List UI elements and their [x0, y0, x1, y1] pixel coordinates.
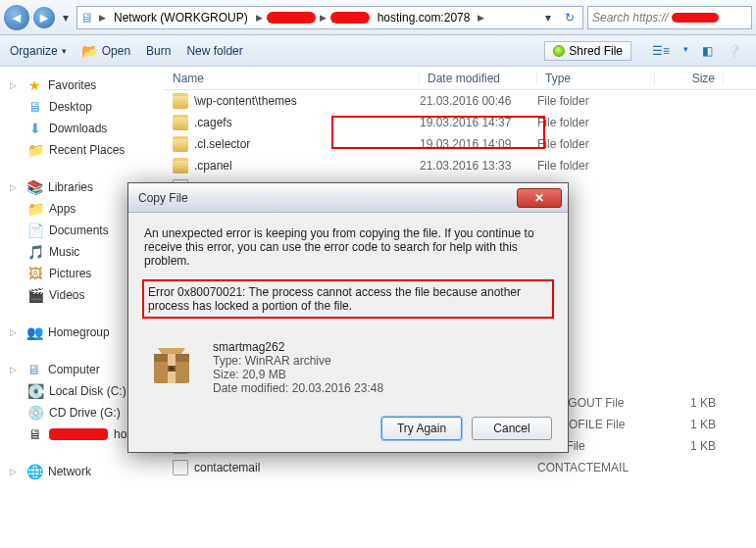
- refresh-icon[interactable]: ↻: [559, 7, 580, 28]
- file-type: Type: WinRAR archive: [213, 354, 383, 368]
- col-size[interactable]: Size: [655, 72, 724, 85]
- view-dropdown-icon[interactable]: ▾: [679, 41, 693, 61]
- col-name[interactable]: Name: [165, 72, 420, 85]
- cancel-button[interactable]: Cancel: [472, 417, 552, 440]
- network-icon: 🌐: [26, 464, 42, 479]
- svg-point-4: [170, 367, 174, 371]
- redacted-host-icon: [49, 428, 108, 440]
- file-size: Size: 20,9 MB: [213, 368, 383, 381]
- desktop-icon: 🖥: [27, 99, 43, 115]
- file-icon: [173, 460, 188, 475]
- file-name: smartmag262: [213, 340, 383, 354]
- file-date: Date modified: 20.03.2016 23:48: [213, 381, 383, 395]
- error-highlight-box: Error 0x80070021: The process cannot acc…: [142, 279, 554, 319]
- open-button[interactable]: 📂Open: [82, 43, 130, 59]
- file-date-cell: 21.03.2016 00:46: [420, 94, 537, 108]
- music-icon: 🎵: [27, 244, 43, 260]
- folder-icon: [173, 115, 188, 130]
- file-name-cell: \wp-content\themes: [194, 94, 297, 108]
- close-button[interactable]: ✕: [517, 188, 562, 208]
- search-placeholder: Search https://: [592, 11, 668, 25]
- table-row[interactable]: .cpanel21.03.2016 13:33File folder: [165, 155, 756, 176]
- new-folder-button[interactable]: New folder: [186, 44, 242, 58]
- redacted-path-icon: [330, 12, 370, 24]
- forward-button[interactable]: ►: [33, 7, 55, 28]
- archive-icon: [144, 340, 199, 395]
- sidebar-item-recent[interactable]: 📁Recent Places: [6, 139, 159, 161]
- file-name-cell: .cagefs: [194, 116, 232, 129]
- file-type-cell: File folder: [537, 137, 655, 151]
- view-layout-button[interactable]: ☰≡: [647, 41, 675, 61]
- col-type[interactable]: Type: [537, 72, 655, 85]
- network-drive-icon: 🖥: [27, 426, 43, 442]
- open-icon: 📂: [82, 43, 98, 59]
- dialog-title: Copy File: [134, 191, 517, 205]
- shred-file-icon: [553, 45, 565, 57]
- sidebar-item-desktop[interactable]: 🖥Desktop: [6, 96, 159, 118]
- file-info: smartmag262 Type: WinRAR archive Size: 2…: [144, 332, 552, 409]
- table-row[interactable]: .cagefs19.03.2016 14:37File folder: [165, 112, 756, 133]
- history-dropdown-icon[interactable]: ▾: [59, 11, 73, 25]
- dialog-message: An unexpected error is keeping you from …: [144, 226, 552, 268]
- file-date-cell: 19.03.2016 14:37: [420, 116, 537, 129]
- cd-icon: 💿: [27, 405, 43, 421]
- file-type-cell: File folder: [537, 94, 655, 108]
- network-header[interactable]: ▷🌐Network: [6, 461, 159, 482]
- recent-places-icon: 📁: [27, 142, 43, 158]
- address-field[interactable]: 🖥 ▶ Network (WORKGROUP) ▶ ▶ hosting.com:…: [76, 6, 583, 29]
- file-type-cell: CONTACTEMAIL: [537, 461, 655, 474]
- computer-icon: 🖥: [79, 10, 95, 25]
- folder-icon: [173, 93, 188, 109]
- sidebar-item-downloads[interactable]: ⬇Downloads: [6, 118, 159, 139]
- command-bar: Organize ▾ 📂Open Burn New folder Shred F…: [0, 35, 756, 67]
- preview-pane-button[interactable]: ◧: [697, 41, 718, 61]
- col-date[interactable]: Date modified: [420, 72, 537, 85]
- breadcrumb-network[interactable]: Network (WORKGROUP): [110, 11, 252, 25]
- file-size-cell: 1 KB: [655, 439, 724, 453]
- pictures-icon: 🖼: [27, 266, 43, 281]
- disk-icon: 💽: [27, 383, 43, 399]
- address-bar: ◄ ► ▾ 🖥 ▶ Network (WORKGROUP) ▶ ▶ hostin…: [0, 0, 756, 35]
- file-name-cell: .cpanel: [194, 159, 232, 173]
- organize-button[interactable]: Organize ▾: [10, 44, 67, 58]
- address-dropdown-icon[interactable]: ▾: [541, 11, 555, 25]
- file-type-cell: File folder: [537, 159, 655, 173]
- file-name-cell: .cl.selector: [194, 137, 250, 151]
- file-date-cell: 21.03.2016 13:33: [420, 159, 537, 173]
- shred-file-button[interactable]: Shred File: [544, 41, 631, 61]
- favorites-header[interactable]: ▷★Favorites: [6, 75, 159, 96]
- libraries-icon: 📚: [26, 179, 42, 195]
- folder-icon: [173, 158, 188, 174]
- table-row[interactable]: \wp-content\themes21.03.2016 00:46File f…: [165, 90, 756, 112]
- file-date-cell: 19.03.2016 14:09: [420, 137, 537, 151]
- documents-icon: 📄: [27, 223, 43, 238]
- videos-icon: 🎬: [27, 287, 43, 303]
- redacted-search-icon: [672, 13, 719, 23]
- column-headers: Name Date modified Type Size: [165, 67, 756, 90]
- homegroup-icon: 👥: [26, 324, 42, 340]
- downloads-icon: ⬇: [27, 121, 43, 136]
- error-text: Error 0x80070021: The process cannot acc…: [148, 285, 521, 313]
- folder-icon: [173, 136, 188, 152]
- table-row[interactable]: contactemailCONTACTEMAIL: [165, 457, 756, 478]
- computer-icon: 🖥: [26, 362, 42, 377]
- star-icon: ★: [26, 77, 42, 93]
- search-input[interactable]: Search https://: [587, 6, 752, 29]
- file-size-cell: 1 KB: [655, 418, 724, 431]
- back-button[interactable]: ◄: [4, 5, 29, 30]
- help-button[interactable]: ❔: [722, 41, 746, 61]
- apps-icon: 📁: [27, 201, 43, 217]
- file-name-cell: contactemail: [194, 461, 260, 474]
- burn-button[interactable]: Burn: [146, 44, 171, 58]
- table-row[interactable]: .cl.selector19.03.2016 14:09File folder: [165, 133, 756, 155]
- file-size-cell: 1 KB: [655, 396, 724, 410]
- dialog-titlebar[interactable]: Copy File ✕: [128, 183, 568, 213]
- copy-file-dialog: Copy File ✕ An unexpected error is keepi…: [127, 182, 569, 453]
- breadcrumb-port[interactable]: hosting.com:2078: [374, 11, 475, 25]
- redacted-host-icon: [267, 12, 316, 24]
- file-type-cell: File folder: [537, 116, 655, 129]
- try-again-button[interactable]: Try Again: [381, 417, 462, 440]
